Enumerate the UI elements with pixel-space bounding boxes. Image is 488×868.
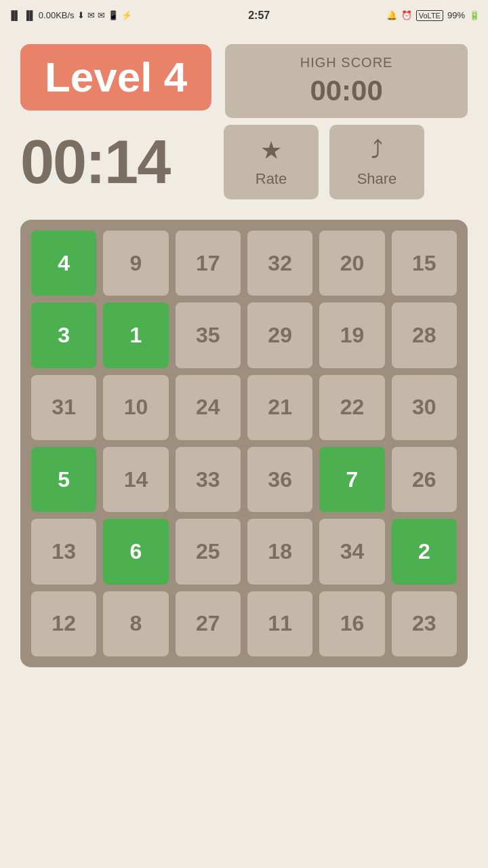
mail2-icon: ✉: [98, 10, 105, 20]
level-label: Level 4: [45, 56, 187, 98]
grid-cell-14[interactable]: 24: [176, 375, 241, 440]
share-icon: ⤴: [371, 136, 383, 165]
top-row: Level 4 HIGH SCORE 00:00: [20, 44, 468, 118]
bell-icon: 🔔: [386, 10, 397, 20]
grid-cell-21[interactable]: 36: [247, 447, 312, 512]
grid-cell-27[interactable]: 18: [247, 519, 312, 584]
grid-cell-26[interactable]: 25: [176, 519, 241, 584]
status-right: 🔔 ⏰ VoLTE 99% 🔋: [386, 10, 480, 21]
status-time: 2:57: [248, 9, 270, 22]
grid-cell-31[interactable]: 8: [103, 591, 168, 656]
alarm-icon: ⏰: [401, 10, 412, 20]
grid-cell-6[interactable]: 3: [31, 302, 96, 368]
volte-badge: VoLTE: [416, 10, 443, 21]
grid-cell-22[interactable]: 7: [319, 447, 384, 512]
action-buttons: ★ Rate ⤴ Share: [224, 125, 468, 199]
grid-cell-23[interactable]: 26: [392, 447, 457, 512]
grid-cell-18[interactable]: 5: [31, 447, 96, 512]
whatsapp-icon: 📱: [108, 10, 119, 20]
grid-cell-13[interactable]: 10: [103, 375, 168, 440]
download-icon: ⬇: [77, 10, 85, 20]
high-score-time: 00:00: [310, 75, 382, 107]
grid-cell-8[interactable]: 35: [176, 302, 241, 368]
grid-cell-17[interactable]: 30: [392, 375, 457, 440]
status-bar: ▐▌ ▐▌ 0.00KB/s ⬇ ✉ ✉ 📱 ⚡ 2:57 🔔 ⏰ VoLTE …: [0, 0, 488, 31]
grid-cell-3[interactable]: 32: [247, 231, 312, 296]
timer-display: 00:14: [20, 127, 210, 197]
speed-text: 0.00KB/s: [39, 10, 75, 20]
grid-cell-28[interactable]: 34: [319, 519, 384, 584]
grid-cell-29[interactable]: 2: [392, 519, 457, 584]
grid-cell-11[interactable]: 28: [392, 302, 457, 368]
main-content: Level 4 HIGH SCORE 00:00 00:14 ★ Rate ⤴ …: [0, 31, 488, 681]
high-score-box: HIGH SCORE 00:00: [225, 44, 468, 118]
level-badge: Level 4: [20, 44, 211, 111]
grid-cell-33[interactable]: 11: [247, 591, 312, 656]
grid-cell-7[interactable]: 1: [103, 302, 168, 368]
grid-cell-30[interactable]: 12: [31, 591, 96, 656]
grid-cell-15[interactable]: 21: [247, 375, 312, 440]
grid-cell-12[interactable]: 31: [31, 375, 96, 440]
timer-row: 00:14 ★ Rate ⤴ Share: [20, 125, 468, 199]
grid-cell-35[interactable]: 23: [392, 591, 457, 656]
grid-cell-9[interactable]: 29: [247, 302, 312, 368]
grid-cell-2[interactable]: 17: [176, 231, 241, 296]
star-icon: ★: [260, 136, 282, 165]
grid-cell-4[interactable]: 20: [319, 231, 384, 296]
usb-icon: ⚡: [121, 10, 132, 20]
status-left: ▐▌ ▐▌ 0.00KB/s ⬇ ✉ ✉ 📱 ⚡: [8, 10, 132, 20]
grid-cell-16[interactable]: 22: [319, 375, 384, 440]
grid-cell-25[interactable]: 6: [103, 519, 168, 584]
battery-text: 99%: [447, 10, 465, 20]
grid-cell-10[interactable]: 19: [319, 302, 384, 368]
grid-cell-1[interactable]: 9: [103, 231, 168, 296]
mail-icon: ✉: [87, 10, 95, 20]
share-label: Share: [357, 170, 397, 188]
signal-icon: ▐▌: [8, 10, 20, 20]
grid-cell-5[interactable]: 15: [392, 231, 457, 296]
signal2-icon: ▐▌: [23, 10, 35, 20]
rate-button[interactable]: ★ Rate: [224, 125, 319, 199]
grid-cell-20[interactable]: 33: [176, 447, 241, 512]
grid-cell-19[interactable]: 14: [103, 447, 168, 512]
high-score-label: HIGH SCORE: [300, 55, 393, 71]
battery-icon: 🔋: [469, 10, 480, 20]
game-grid: 4917322015313529192831102421223051433367…: [20, 220, 468, 667]
grid-cell-34[interactable]: 16: [319, 591, 384, 656]
grid-cell-24[interactable]: 13: [31, 519, 96, 584]
grid-cell-32[interactable]: 27: [176, 591, 241, 656]
rate-label: Rate: [256, 170, 287, 188]
grid-cell-0[interactable]: 4: [31, 231, 96, 296]
share-button[interactable]: ⤴ Share: [329, 125, 424, 199]
